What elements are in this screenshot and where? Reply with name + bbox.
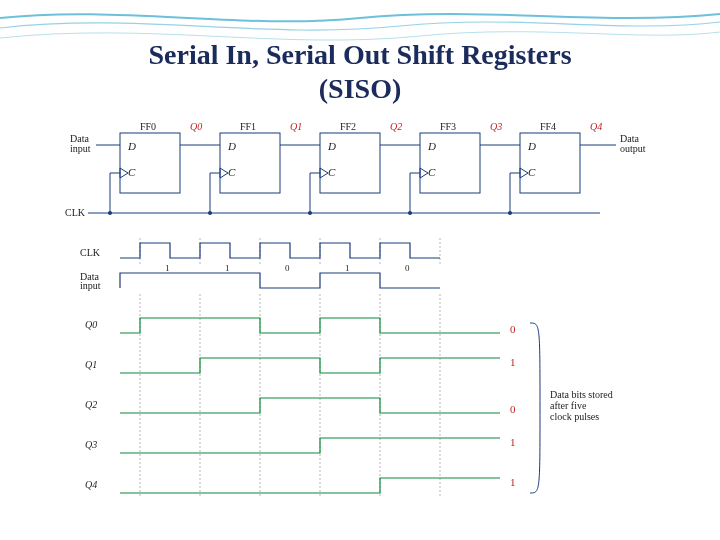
svg-point-19 xyxy=(108,211,112,215)
ff2: D C FF2 xyxy=(320,121,380,193)
data-output-label: Dataoutput xyxy=(620,133,646,154)
timing-diagram: CLK Datainput 1 1 0 1 0 Q0 0 Q1 1 Q2 0 Q… xyxy=(80,238,615,498)
svg-marker-1 xyxy=(120,168,128,178)
pin-c: C xyxy=(128,166,136,178)
pin-d: D xyxy=(327,140,336,152)
q-tap: Q4 xyxy=(590,121,602,132)
data-input-label: Datainput xyxy=(70,133,91,154)
stored-bit: 0 xyxy=(510,323,516,335)
siso-diagram: D C FF0 D C FF1 D C FF2 D C FF3 xyxy=(60,118,660,518)
svg-marker-7 xyxy=(420,168,428,178)
ff0: D C FF0 xyxy=(120,121,180,193)
data-bit: 1 xyxy=(345,263,350,273)
stored-bit: 0 xyxy=(510,403,516,415)
q-tap: Q0 xyxy=(190,121,202,132)
svg-marker-9 xyxy=(520,168,528,178)
data-bit: 0 xyxy=(285,263,290,273)
q-tap: Q3 xyxy=(490,121,502,132)
pin-c: C xyxy=(228,166,236,178)
brace-icon xyxy=(530,323,540,493)
timing-row-label: Q4 xyxy=(85,479,97,490)
timing-data-label: Datainput xyxy=(80,271,101,291)
clk-label: CLK xyxy=(65,207,86,218)
ff1: D C FF1 xyxy=(220,121,280,193)
stored-bit: 1 xyxy=(510,356,516,368)
ff-name: FF3 xyxy=(440,121,456,132)
pin-c: C xyxy=(328,166,336,178)
title-line2: (SISO) xyxy=(319,73,401,104)
svg-marker-5 xyxy=(320,168,328,178)
data-bit: 0 xyxy=(405,263,410,273)
pin-d: D xyxy=(527,140,536,152)
ff-name: FF2 xyxy=(340,121,356,132)
pin-d: D xyxy=(427,140,436,152)
ff3: D C FF3 xyxy=(420,121,480,193)
timing-clk-label: CLK xyxy=(80,247,101,258)
svg-point-22 xyxy=(208,211,212,215)
stored-bit: 1 xyxy=(510,476,516,488)
timing-row-label: Q3 xyxy=(85,439,97,450)
svg-point-31 xyxy=(508,211,512,215)
ff4: D C FF4 xyxy=(520,121,580,193)
data-bit: 1 xyxy=(165,263,170,273)
svg-point-28 xyxy=(408,211,412,215)
pin-d: D xyxy=(227,140,236,152)
stored-bit: 1 xyxy=(510,436,516,448)
pin-c: C xyxy=(528,166,536,178)
q-tap: Q1 xyxy=(290,121,302,132)
diagram-area: D C FF0 D C FF1 D C FF2 D C FF3 xyxy=(60,118,660,518)
svg-marker-3 xyxy=(220,168,228,178)
page-title: Serial In, Serial Out Shift Registers (S… xyxy=(0,38,720,105)
timing-row-label: Q2 xyxy=(85,399,97,410)
circuit-block: D C FF0 D C FF1 D C FF2 D C FF3 xyxy=(65,121,646,218)
ff-name: FF1 xyxy=(240,121,256,132)
pin-c: C xyxy=(428,166,436,178)
ff-name: FF0 xyxy=(140,121,156,132)
svg-point-25 xyxy=(308,211,312,215)
ff-name: FF4 xyxy=(540,121,556,132)
title-line1: Serial In, Serial Out Shift Registers xyxy=(148,39,571,70)
q-tap: Q2 xyxy=(390,121,402,132)
timing-row-label: Q1 xyxy=(85,359,97,370)
pin-d: D xyxy=(127,140,136,152)
data-bit: 1 xyxy=(225,263,230,273)
timing-caption: Data bits stored after five clock pulses xyxy=(550,389,615,422)
timing-row-label: Q0 xyxy=(85,319,97,330)
